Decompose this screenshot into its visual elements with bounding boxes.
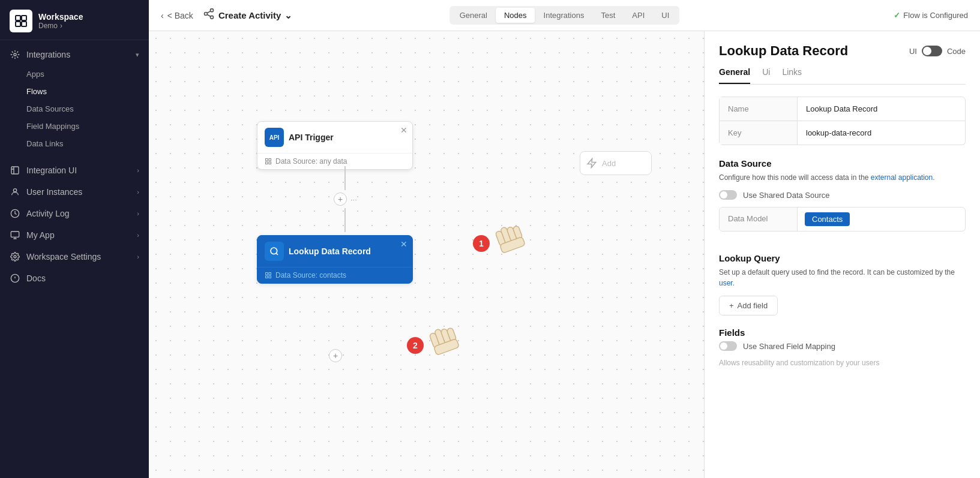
hand-icon-1	[485, 211, 533, 259]
node-add-stub[interactable]: Add	[580, 151, 652, 175]
svg-rect-28	[269, 276, 271, 278]
add-field-button[interactable]: + Add field	[719, 296, 778, 315]
sidebar-item-my-app[interactable]: My App ›	[0, 224, 149, 246]
connector-line-top	[344, 166, 346, 190]
flow-configured-status: ✓ Flow is Configured	[894, 11, 968, 20]
api-node-title: API Trigger	[289, 133, 334, 142]
main-content: ‹ < Back Create Activity ⌄ General Nodes…	[149, 0, 980, 478]
panel-title: Lookup Data Record	[719, 43, 848, 59]
data-model-value[interactable]: Contacts	[798, 208, 965, 231]
name-label: Name	[720, 97, 798, 121]
back-chevron: ‹	[161, 11, 164, 20]
canvas[interactable]: ✕ API API Trigger Data Source: any data …	[149, 31, 704, 478]
svg-rect-27	[266, 276, 268, 278]
create-activity-chevron: ⌄	[284, 10, 292, 21]
form-row-name: Name Lookup Data Record	[719, 97, 966, 121]
api-node-footer-text: Data Source: any data	[275, 157, 347, 166]
svg-rect-18	[266, 159, 268, 161]
name-value[interactable]: Lookup Data Record	[798, 97, 965, 121]
sidebar-item-data-links[interactable]: Data Links	[0, 135, 149, 152]
code-label: Code	[947, 47, 966, 56]
workspace-demo: Demo ›	[38, 22, 83, 30]
svg-rect-2	[16, 22, 20, 26]
tab-nodes[interactable]: Nodes	[496, 8, 535, 23]
contacts-badge[interactable]: Contacts	[805, 212, 850, 226]
svg-line-24	[276, 253, 278, 255]
svg-point-13	[210, 9, 213, 12]
sidebar-section-integrations: Integrations ▾ Apps Flows Data Sources F…	[0, 40, 149, 156]
panel-tab-ui[interactable]: Ui	[762, 67, 770, 84]
lookup-node-header: Lookup Data Record	[257, 236, 412, 267]
data-model-row: Data Model Contacts	[719, 207, 966, 232]
field-mapping-sub-desc: Allows reusability and customization by …	[719, 358, 966, 368]
settings-icon	[10, 251, 20, 262]
add-node-button[interactable]: +	[334, 193, 347, 206]
shared-data-source-label: Use Shared Data Source	[743, 191, 830, 200]
activity-flow-icon	[203, 8, 215, 23]
svg-rect-0	[16, 16, 20, 20]
bottom-add-node-button[interactable]: +	[329, 349, 342, 362]
panel-tab-general[interactable]: General	[719, 67, 750, 84]
sidebar-item-user-instances[interactable]: User Instances ›	[0, 181, 149, 203]
tab-ui[interactable]: UI	[653, 8, 678, 23]
topbar: ‹ < Back Create Activity ⌄ General Nodes…	[149, 0, 980, 31]
external-app-link[interactable]: external application.	[871, 173, 935, 182]
data-source-desc: Configure how this node will access data…	[719, 172, 966, 183]
close-lookup-node[interactable]: ✕	[400, 239, 407, 249]
tab-integrations[interactable]: Integrations	[535, 8, 593, 23]
svg-rect-26	[269, 273, 271, 275]
add-field-label: Add field	[738, 301, 768, 310]
more-options[interactable]: ···	[350, 195, 357, 204]
svg-point-23	[271, 248, 277, 254]
tab-api[interactable]: API	[624, 8, 653, 23]
lookup-node-icon	[265, 242, 284, 261]
shared-data-source-toggle[interactable]	[719, 190, 737, 200]
logo-icon	[10, 10, 32, 32]
field-mapping-toggle[interactable]	[719, 341, 737, 351]
sidebar-item-workspace-settings[interactable]: Workspace Settings ›	[0, 246, 149, 267]
svg-point-15	[210, 16, 213, 19]
integration-ui-label: Integration UI	[26, 166, 77, 175]
create-activity-title[interactable]: Create Activity ⌄	[203, 8, 293, 23]
tab-general[interactable]: General	[451, 8, 496, 23]
integrations-label: Integrations	[26, 50, 70, 59]
svg-rect-1	[22, 16, 26, 20]
flow-configured-label: Flow is Configured	[903, 11, 968, 20]
panel-body: Name Lookup Data Record Key lookup-data-…	[705, 85, 980, 380]
key-value[interactable]: lookup-data-record	[798, 121, 965, 145]
api-node-icon: API	[265, 128, 284, 147]
svg-point-4	[14, 53, 16, 56]
connector-plus-row[interactable]: + ···	[334, 193, 357, 206]
svg-rect-5	[11, 167, 19, 174]
sidebar-item-integration-ui[interactable]: Integration UI ›	[0, 160, 149, 181]
sidebar-item-activity-log[interactable]: Activity Log ›	[0, 203, 149, 224]
sidebar-item-docs[interactable]: Docs	[0, 267, 149, 289]
data-model-label: Data Model	[720, 208, 798, 231]
panel-title-row: Lookup Data Record UI Code	[719, 43, 966, 59]
add-stub-label: Add	[602, 159, 616, 168]
close-api-node[interactable]: ✕	[400, 125, 407, 135]
name-key-form: Name Lookup Data Record Key lookup-data-…	[719, 97, 966, 145]
connector-area: + ···	[334, 166, 357, 232]
sidebar-item-flows[interactable]: Flows	[0, 83, 149, 100]
back-button[interactable]: ‹ < Back	[161, 11, 193, 20]
user-link[interactable]: user.	[719, 279, 735, 287]
api-node-header: API API Trigger	[257, 122, 412, 153]
integration-icon	[10, 49, 20, 60]
fields-section: Fields Use Shared Field Mapping Allows r…	[719, 327, 966, 368]
sidebar-item-data-sources[interactable]: Data Sources	[0, 100, 149, 118]
panel-tab-links[interactable]: Links	[782, 67, 802, 84]
field-mapping-toggle-row: Use Shared Field Mapping	[719, 341, 966, 351]
sidebar-item-apps[interactable]: Apps	[0, 65, 149, 83]
ui-code-toggle-switch[interactable]	[922, 46, 942, 56]
sidebar-item-integrations[interactable]: Integrations ▾	[0, 44, 149, 65]
svg-line-17	[207, 11, 211, 13]
hand-icon-2	[419, 313, 467, 361]
sidebar-logo[interactable]: Workspace Demo ›	[0, 0, 149, 40]
panel-ui-code-toggle[interactable]: UI Code	[909, 46, 966, 56]
node-api-trigger[interactable]: ✕ API API Trigger Data Source: any data	[257, 121, 413, 170]
sidebar-item-field-mappings[interactable]: Field Mappings	[0, 118, 149, 135]
node-lookup-data-record[interactable]: ✕ Lookup Data Record Data Source: contac…	[257, 235, 413, 284]
activity-icon	[10, 208, 20, 219]
tab-test[interactable]: Test	[592, 8, 624, 23]
